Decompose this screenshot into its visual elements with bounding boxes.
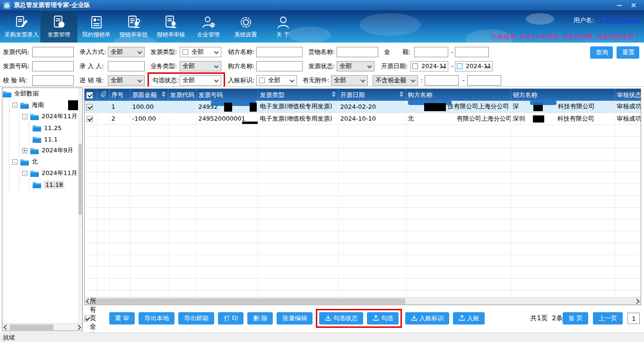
header-audit-status[interactable]: 审核状态 (615, 89, 641, 101)
collapse-expander-icon[interactable]: - (12, 159, 17, 165)
collapse-expander-icon[interactable]: - (22, 171, 27, 176)
entry-person-label: 录 入 人: (79, 61, 104, 71)
table-horizontal-scrollbar[interactable] (85, 297, 641, 305)
nav-item-purchase-invoice-entry[interactable]: 采购发票录入 (3, 10, 40, 43)
sort-icon[interactable] (400, 91, 403, 97)
header-seller-name[interactable]: 销方名称 (511, 89, 615, 101)
delete-button[interactable]: 删 除 (247, 312, 273, 324)
check-upload-button[interactable]: 勾选 (367, 312, 399, 324)
scroll-right-icon[interactable] (76, 324, 81, 330)
buyer-name-input[interactable] (256, 61, 303, 71)
nav-item-invoice-manage[interactable]: ¥ 发票管理 (40, 10, 78, 43)
tax-excl-amount-from-input[interactable] (425, 75, 459, 86)
header-invoice-type[interactable]: 发票类型 (258, 89, 338, 101)
amount-from-input[interactable] (414, 47, 448, 57)
tree-node-hainan[interactable]: - 海南 (12, 99, 78, 111)
amount-to-input[interactable] (455, 47, 489, 57)
sort-icon[interactable] (162, 91, 165, 97)
seller-name-input[interactable] (256, 47, 303, 57)
table-row[interactable]: 1 100.00 24952 电子发票(增值税专用发票) 2024-02-20 … (85, 101, 641, 113)
header-invoice-code[interactable]: 发票代码 (168, 89, 196, 101)
goods-name-input[interactable] (337, 47, 378, 57)
invoice-code-input[interactable] (32, 47, 74, 57)
scroll-right-icon[interactable] (634, 298, 639, 304)
entry-upload-button[interactable]: 入账 (453, 312, 485, 324)
entry-flag-download-button[interactable]: 入账标识 (405, 312, 449, 324)
tree-node-11-25[interactable]: 11.25 (32, 122, 78, 133)
business-type-select[interactable]: 全部 (180, 61, 221, 71)
invoice-date-to-select[interactable]: 2024-11 (455, 61, 493, 71)
chevron-down-icon (361, 78, 366, 83)
nav-item-about[interactable]: 关 于 (264, 10, 302, 43)
entry-method-select[interactable]: 全部 (108, 47, 145, 57)
expense-review-icon (164, 15, 179, 30)
tree-node-all-data[interactable]: 全部数据 (2, 88, 78, 99)
entry-flag-select[interactable]: 全部 (256, 75, 297, 86)
reaudit-button[interactable]: 重 审 (109, 312, 135, 324)
scrollbar-thumb[interactable] (93, 298, 405, 304)
row-checkbox[interactable] (87, 104, 93, 110)
scrollbar-thumb[interactable] (10, 324, 53, 330)
collapse-expander-icon[interactable]: - (22, 114, 27, 119)
nav-item-my-expense[interactable]: 我的报销单 (78, 10, 115, 43)
tax-excl-amount-to-input[interactable] (467, 75, 501, 86)
tree-node-2024-09[interactable]: + 2024年9月 (22, 145, 78, 156)
nav-item-expense-review[interactable]: 报销单审核 (152, 10, 190, 43)
export-local-button[interactable]: 导出本地 (139, 312, 174, 324)
invoice-number-input[interactable] (32, 61, 74, 71)
collapse-expander-icon[interactable]: - (12, 103, 17, 108)
header-invoice-date[interactable]: 开票日期 (338, 89, 406, 101)
header-invoice-number[interactable]: 发票号码 (196, 89, 258, 101)
status-bar: 就绪 (0, 333, 644, 342)
scroll-left-icon[interactable] (3, 324, 9, 330)
check-code-input[interactable] (32, 75, 74, 86)
empty-table-row (85, 266, 641, 278)
header-seq[interactable]: 序号 (109, 89, 130, 101)
tree-horizontal-scrollbar[interactable] (2, 323, 82, 331)
nav-item-system-settings[interactable]: 系统设置 (227, 10, 264, 43)
batch-edit-button[interactable]: 批量编辑 (277, 312, 313, 324)
in-out-item-select[interactable]: 全部 (108, 75, 145, 86)
table-row[interactable]: 2 -100.00 249520000001 电子发票(增值税专用发票) 202… (85, 113, 641, 124)
close-button[interactable] (630, 1, 637, 9)
check-status-download-button[interactable]: 勾选状态 (319, 312, 363, 324)
expand-expander-icon[interactable]: + (22, 148, 27, 153)
tree-vertical-scrollbar[interactable] (78, 88, 82, 323)
has-attachment-select[interactable]: 全部 (331, 75, 368, 86)
empty-cell (406, 207, 511, 219)
minimize-button[interactable] (616, 1, 623, 9)
tree-node-11-18[interactable]: 11.18 (32, 179, 78, 190)
prev-page-button[interactable]: 上一页 (593, 312, 623, 324)
tree-node-beijing[interactable]: - 北 (12, 156, 78, 167)
checkbox-icon (457, 63, 462, 69)
amount-type-select[interactable]: 不含税金额 (373, 75, 418, 86)
tree-node-11-1[interactable]: 11.1 (32, 133, 78, 145)
check-status-select[interactable]: 全部 (180, 75, 221, 86)
sort-icon[interactable] (332, 91, 336, 97)
tree-node-2024-11-bj[interactable]: - 2024年11月 (22, 167, 78, 179)
entry-person-input[interactable] (108, 61, 145, 71)
empty-cell (615, 160, 641, 172)
empty-cell (196, 243, 258, 254)
empty-cell (615, 148, 641, 160)
page-number-input[interactable] (627, 313, 640, 324)
print-button[interactable]: 打 印 (218, 312, 244, 324)
query-button[interactable]: 查询 (590, 46, 613, 59)
invoice-date-from-select[interactable]: 2024-11 (410, 61, 448, 71)
first-page-button[interactable]: 首 页 (563, 312, 588, 324)
invoice-status-select[interactable]: 全部 (337, 61, 374, 71)
user-name-link[interactable]: 卡皮巴拉Boos (598, 17, 639, 24)
header-amount[interactable]: 票面金额 (130, 89, 168, 101)
export-email-button[interactable]: 导出邮箱 (178, 312, 214, 324)
nav-item-company-manage[interactable]: 企业管理 (190, 10, 227, 43)
select-all-checkbox[interactable] (87, 92, 93, 98)
header-buyer-name[interactable]: 购方名称 (406, 89, 511, 101)
scrollbar-thumb[interactable] (78, 144, 82, 215)
tree-node-2024-11[interactable]: - 2024年11月 (22, 111, 78, 122)
row-checkbox[interactable] (87, 116, 93, 122)
reset-button[interactable]: 重置 (617, 46, 639, 59)
select-all-pages-checkbox[interactable] (84, 316, 87, 322)
colon: : (421, 75, 423, 86)
invoice-type-select[interactable]: 全部 (180, 47, 221, 57)
nav-item-expense-approve[interactable]: 报销单审批 (115, 10, 152, 43)
